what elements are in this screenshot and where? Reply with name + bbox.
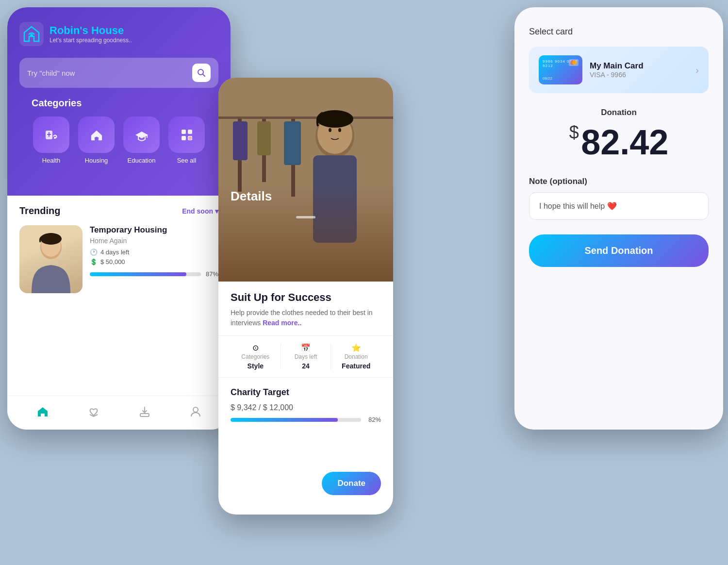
trending-card[interactable]: Temporary Housing Home Again 🕐 4 days le… (19, 225, 218, 293)
trending-campaign-name: Temporary Housing (90, 225, 218, 235)
progress-bar-fill (90, 272, 186, 276)
see-all-icon-box (168, 116, 205, 153)
category-health[interactable]: Health (32, 116, 71, 164)
card-option[interactable]: 9966 9034 0343 9212 08/22 My Main Card V… (529, 47, 709, 93)
charity-progress-fill (231, 418, 338, 422)
search-placeholder[interactable]: Try "child" now (27, 69, 187, 77)
robins-house-logo-icon (19, 22, 44, 46)
heart-hand-icon (87, 405, 100, 418)
card-visual: 9966 9034 0343 9212 08/22 (539, 55, 582, 84)
progress-percent: 87% (206, 270, 218, 278)
card-chip-icon (569, 59, 579, 66)
campaign-title-section: Suit Up for Success Help provide the clo… (218, 282, 393, 336)
donation-value: 82.42 (581, 123, 668, 162)
svg-rect-22 (257, 121, 271, 155)
education-icon-box (123, 116, 160, 153)
donation-meta-icon: ⭐ (331, 343, 381, 352)
days-meta-value: 24 (281, 362, 331, 370)
phone1-header-section: Robin's House Let's start spreading good… (7, 7, 231, 196)
campaign-description: Help provide the clothes needed to their… (231, 308, 381, 328)
dollar-sign: $ (569, 122, 579, 142)
svg-rect-7 (188, 130, 192, 134)
note-input[interactable]: I hope this will help ❤️ (529, 192, 709, 220)
nav-download[interactable] (133, 400, 156, 426)
progress-row: 87% (90, 270, 218, 278)
categories-section: Categories Health (19, 88, 218, 179)
donate-button[interactable]: Donate (322, 472, 381, 495)
note-label: Note (optional) (529, 177, 709, 186)
housing-icon (88, 127, 105, 143)
svg-point-4 (54, 137, 56, 139)
read-more-link[interactable]: Read more.. (263, 319, 301, 327)
donation-meta-label: Donation (331, 353, 381, 360)
svg-point-1 (30, 34, 33, 37)
days-meta-icon: 📅 (281, 343, 331, 352)
svg-rect-6 (182, 130, 186, 134)
categories-title: Categories (32, 98, 206, 109)
svg-point-5 (96, 138, 97, 139)
days-left-text: 4 days left (100, 249, 129, 256)
campaign-title: Suit Up for Success (231, 291, 381, 304)
search-icon (197, 68, 206, 77)
svg-rect-17 (218, 116, 393, 119)
search-bar[interactable]: Try "child" now (19, 58, 218, 88)
search-button[interactable] (192, 64, 211, 82)
trending-title: Trending (19, 205, 60, 216)
trending-info: Temporary Housing Home Again 🕐 4 days le… (90, 225, 218, 293)
svg-point-28 (338, 128, 341, 132)
hero-section: Details (218, 78, 393, 282)
health-icon (43, 127, 60, 143)
details-label: Details (231, 189, 272, 204)
phone3-payment: Select card 9966 9034 0343 9212 08/22 My… (514, 7, 723, 430)
category-housing[interactable]: Housing (77, 116, 116, 164)
home-icon (36, 405, 50, 418)
bottom-navigation (7, 396, 231, 430)
trending-header: Trending End soon ▾ (19, 205, 218, 216)
days-meta-label: Days left (281, 353, 331, 360)
nav-home[interactable] (31, 400, 54, 426)
svg-point-31 (572, 60, 577, 65)
select-card-label: Select card (529, 27, 709, 37)
see-all-icon (179, 127, 195, 143)
nav-profile[interactable] (184, 400, 207, 426)
trending-image (19, 225, 83, 293)
svg-rect-21 (233, 121, 248, 160)
days-left-row: 🕐 4 days left (90, 249, 218, 256)
charity-target-label: Charity Target (231, 387, 381, 398)
charity-progress-row: 82% (231, 416, 381, 423)
progress-bar-bg (90, 272, 201, 276)
charity-target-section: Charity Target $ 9,342 / $ 12,000 82% (218, 378, 393, 433)
see-all-label: See all (177, 157, 197, 164)
campaign-amount: $ 50,000 (100, 258, 125, 266)
svg-point-13 (40, 233, 62, 245)
phone1-main: Robin's House Let's start spreading good… (7, 7, 231, 430)
meta-categories: ⊙ Categories Style (231, 343, 281, 370)
person-silhouette (27, 230, 75, 293)
category-education[interactable]: Education (122, 116, 161, 164)
categories-grid: Health Housing (32, 116, 206, 179)
education-icon (133, 127, 150, 143)
chevron-down-icon: ▾ (215, 207, 218, 215)
clock-icon: 🕐 (90, 249, 98, 256)
charity-percent: 82% (368, 416, 381, 423)
donation-section-label: Donation (529, 108, 709, 117)
meta-days: 📅 Days left 24 (281, 343, 331, 370)
trending-org: Home Again (90, 237, 218, 245)
svg-rect-14 (140, 414, 149, 416)
categories-meta-value: Style (231, 362, 281, 370)
scroll-indicator (296, 216, 315, 218)
person-icon (189, 405, 202, 418)
svg-point-27 (329, 128, 331, 132)
meta-section: ⊙ Categories Style 📅 Days left 24 ⭐ Dona… (218, 336, 393, 378)
dollar-icon: 💲 (90, 258, 98, 266)
nav-donate[interactable] (82, 400, 105, 426)
housing-icon-box (78, 116, 115, 153)
svg-rect-8 (182, 136, 186, 140)
health-label: Health (42, 157, 61, 164)
end-soon-filter[interactable]: End soon ▾ (182, 207, 218, 215)
amount-row: 💲 $ 50,000 (90, 258, 218, 266)
send-donation-button[interactable]: Send Donation (529, 234, 709, 267)
donation-amount: $ 82.42 (529, 122, 709, 162)
category-see-all[interactable]: See all (167, 116, 206, 164)
download-icon (138, 405, 151, 418)
